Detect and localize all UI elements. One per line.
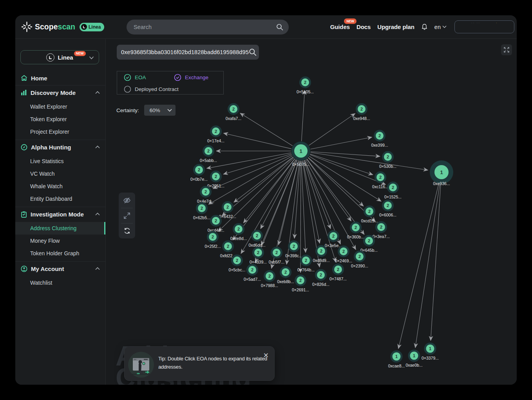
svg-text:2: 2 (293, 244, 295, 249)
graph-node-0×4d39[interactable]: 20×4d39... (250, 247, 267, 264)
check-circle-icon[interactable] (124, 74, 131, 81)
sidebar-section-discovery-mode[interactable]: Discovery Mode (15, 85, 105, 100)
graph-node-0×2469[interactable]: 20×2469... (335, 245, 352, 263)
sidebar-item-entity-dashboard[interactable]: Entity Dashboard (15, 193, 105, 205)
legend-item-exchange[interactable]: Exchange (167, 74, 208, 81)
sidebar-item-whale-watch[interactable]: Whale Watch (15, 180, 105, 193)
graph-node-0xcd15[interactable]: 20xcd15... (361, 205, 378, 223)
graph-node-0xae0b[interactable]: 10xae0b... (405, 350, 422, 368)
tip-close-icon[interactable]: ✕ (263, 351, 269, 360)
sidebar-item-token-holder-graph[interactable]: Token Holder Graph (15, 247, 105, 260)
network-new-badge: NEW (74, 51, 86, 56)
graph-node-0×7988[interactable]: 20×7988... (261, 270, 278, 288)
node-address-label: 0xcae8... (388, 364, 405, 368)
graph-node-0xe399[interactable]: 20xe399... (371, 130, 388, 147)
graph-node-0xce8d[interactable]: 20xce8d... (230, 223, 247, 241)
graph-node-0xd6dd[interactable]: 20xd6dd... (248, 230, 265, 247)
sidebar-item-money-flow[interactable]: Money Flow (15, 235, 105, 247)
sidebar-item-token-explorer[interactable]: Token Explorer (15, 113, 105, 125)
svg-text:2: 2 (358, 254, 361, 259)
fullscreen-button[interactable] (501, 44, 512, 55)
graph-node-0×3ea7[interactable]: 20×3ea7... (373, 221, 390, 239)
notification-bell-icon[interactable] (421, 23, 428, 31)
node-address-label: 0xc116... (372, 184, 389, 189)
expand-graph-button[interactable] (119, 208, 135, 223)
sidebar-section-my-account[interactable]: My Account (15, 262, 105, 276)
graph-node-0×3379[interactable]: 10×3379... (422, 343, 439, 361)
sidebar-item-wallet-explorer[interactable]: Wallet Explorer (15, 100, 105, 113)
graph-node-0×5abb[interactable]: 20×5abb... (200, 145, 217, 163)
language-selector[interactable]: en (434, 24, 447, 30)
graph-node-0×2691[interactable]: 20×2691... (292, 275, 309, 292)
circle-icon[interactable] (124, 85, 131, 93)
certainty-dropdown[interactable]: 60% (144, 105, 176, 116)
check-circle-icon[interactable] (174, 74, 181, 81)
graph-node-0×2051[interactable]: 20×2051... (207, 171, 224, 188)
graph-node-0xafa7[interactable]: 20xafa7... (226, 103, 241, 121)
refresh-button[interactable] (119, 223, 135, 238)
graph-node-0×360b[interactable]: 20×360b... (347, 222, 364, 239)
graph-canvas[interactable]: Address Clustering 10×5075...20×5a05...2… (106, 39, 517, 385)
sidebar-item-watchlist[interactable]: Watchlist (15, 276, 105, 289)
svg-text:2: 2 (284, 270, 287, 275)
address-search-icon[interactable] (249, 48, 257, 56)
legend-item-deployed-contract[interactable]: Deployed Contract (117, 85, 179, 93)
svg-text:2: 2 (207, 149, 210, 153)
graph-node-0xcae8[interactable]: 10xcae8... (388, 351, 405, 369)
graph-node-0×0b7e[interactable]: 20×0b7e... (190, 164, 208, 182)
hide-labels-button[interactable] (119, 193, 135, 208)
sidebar-item-project-explorer[interactable]: Project Explorer (15, 125, 105, 138)
sidebar-item-address-clustering[interactable]: Address Clustering (15, 222, 105, 235)
svg-text:2: 2 (304, 80, 306, 85)
nav-upgrade-plan[interactable]: Upgrade plan (377, 24, 414, 30)
graph-node-0×17e4[interactable]: 20×17e4... (207, 125, 224, 143)
clipboard-icon (21, 211, 27, 218)
certainty-label: Certainty: (116, 107, 139, 113)
sidebar-item-live-statistics[interactable]: Live Statistics (15, 155, 105, 167)
node-address-label: 0×764b... (297, 267, 315, 272)
graph-node-0xeb8b[interactable]: 20xeb8b... (277, 266, 294, 284)
nav-docs[interactable]: Docs (356, 24, 371, 30)
graph-node-0×3e5e[interactable]: 20×3e5e... (325, 230, 342, 248)
graph-node-0×530b[interactable]: 20×530b... (379, 151, 396, 169)
graph-node-0xb5f7[interactable]: 20xb5f7... (269, 247, 284, 264)
graph-node-0×5075[interactable]: 10×5075... (291, 142, 310, 167)
svg-text:2: 2 (215, 129, 217, 134)
sidebar-section-home[interactable]: Home (15, 71, 105, 85)
nav-guides[interactable]: GuidesNEW (330, 24, 350, 30)
graph-node-0×826d[interactable]: 20×826d... (312, 269, 329, 287)
node-address-label: 0×5a05... (297, 89, 314, 94)
brand[interactable]: Scopescan Linea (22, 22, 104, 32)
linea-badge-icon (81, 24, 87, 30)
sidebar-section-alpha-hunting[interactable]: Alpha Hunting (15, 140, 105, 154)
graph-node-0×6006[interactable]: 20×6006... (379, 200, 396, 217)
graph-node-0×7487[interactable]: 20×7487... (329, 264, 347, 281)
user-icon (21, 265, 27, 272)
graph-edge (301, 161, 306, 253)
graph-edge (261, 160, 297, 245)
graph-node-0×2390[interactable]: 20×2390... (351, 251, 368, 268)
graph-node-0xe936[interactable]: 10xe936... (430, 160, 453, 186)
graph-node-0×6432[interactable]: 20×6432... (219, 201, 236, 219)
search-input[interactable]: Search (127, 20, 289, 35)
network-selector[interactable]: LineaNEW (20, 50, 99, 64)
node-address-label: 0×2469... (335, 258, 352, 263)
graph-node-0×5ad7[interactable]: 20×5ad7... (244, 264, 261, 282)
graph-node-0×5a05[interactable]: 20×5a05... (297, 76, 314, 94)
sidebar-item-vc-watch[interactable]: VC Watch (15, 167, 105, 180)
wallet-connect-box[interactable]: ·· ··· (454, 20, 514, 33)
address-input[interactable]: 0xe93685f3bba03016f02bd1828badd6195988d9… (117, 45, 259, 60)
legend-item-eoa[interactable]: EOA (117, 74, 167, 81)
sidebar-section-investigation-mode[interactable]: Investigation Mode (15, 207, 105, 221)
graph-node-0×4e7d[interactable]: 20×4e7d... (197, 186, 214, 204)
graph-edge (398, 184, 439, 349)
graph-node-0xe948[interactable]: 20xe948... (353, 103, 370, 121)
graph-node-0×62b5[interactable]: 20×62b5... (193, 202, 210, 220)
svg-text:1: 1 (440, 169, 443, 175)
graph-node-0×25f2[interactable]: 20×25f2... (204, 231, 221, 249)
graph-node-0xfd22[interactable]: 20xfd22... (220, 240, 236, 258)
graph-edge (279, 160, 299, 245)
graph-node-0×398c[interactable]: 20×398c... (285, 240, 302, 258)
node-address-label: 0xd8d9... (313, 258, 329, 263)
svg-text:2: 2 (387, 203, 389, 208)
